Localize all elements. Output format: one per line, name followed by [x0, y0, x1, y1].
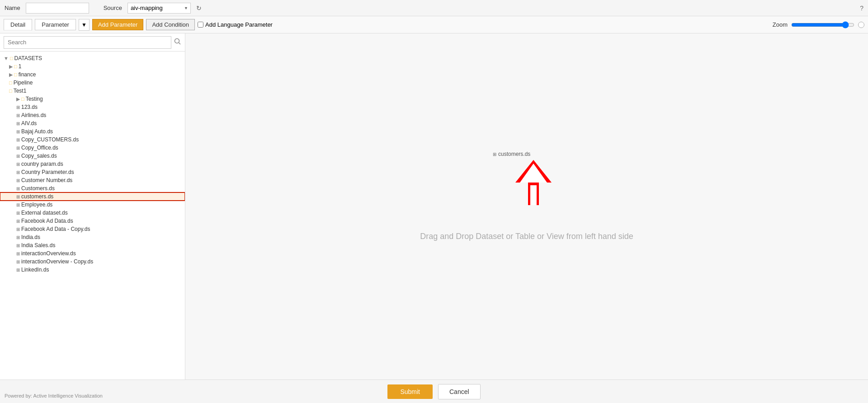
svg-point-0 [175, 39, 179, 43]
expand-icon: ▶ [9, 72, 13, 78]
add-condition-button[interactable]: Add Condition [146, 19, 195, 30]
tree-item-bajajautods[interactable]: ⊞ Bajaj Auto.ds [0, 127, 185, 136]
collapse-icon: ▼ [4, 56, 9, 61]
tree-item-label: Country Parameter.ds [21, 169, 74, 175]
canvas-dataset-node[interactable]: ⊞ customers.ds [493, 151, 530, 157]
tree-root-datasets[interactable]: ▼ □ DATASETS [0, 54, 185, 62]
zoom-slider[interactable] [791, 21, 854, 28]
tree-item-employeeds[interactable]: ⊞ Employee.ds [0, 201, 185, 209]
folder-icon: □ [14, 64, 17, 69]
tree-item-facebookadcopyds[interactable]: ⊞ Facebook Ad Data - Copy.ds [0, 225, 185, 233]
parameter-tab[interactable]: Parameter [35, 19, 76, 30]
tree-item-label: country param.ds [21, 161, 63, 167]
canvas-ds-icon: ⊞ [493, 152, 496, 157]
add-language-param-checkbox[interactable] [198, 22, 203, 28]
tree-item-label: Copy_CUSTOMERS.ds [21, 136, 79, 143]
tree-item-copycustomersds[interactable]: ⊞ Copy_CUSTOMERS.ds [0, 136, 185, 144]
ds-icon: ⊞ [16, 194, 20, 199]
name-input[interactable] [26, 3, 89, 14]
name-label: Name [5, 5, 20, 11]
tree-item-1[interactable]: ▶ □ 1 [0, 62, 185, 70]
tree-item-aivds[interactable]: ⊞ AIV.ds [0, 119, 185, 127]
right-canvas: ⊞ customers.ds Drag and Drop Dataset or … [185, 33, 868, 380]
tree-item-test1[interactable]: □ Test1 [0, 87, 185, 95]
tree-item-customernumberds[interactable]: ⊞ Customer Number.ds [0, 176, 185, 184]
tree-item-label: External dataset.ds [21, 210, 68, 216]
tree-item-externaldatasetds[interactable]: ⊞ External dataset.ds [0, 209, 185, 217]
tree-item-label: Employee.ds [21, 202, 52, 208]
tree-item-label: LinkedIn.ds [21, 267, 49, 273]
expand-icon: ▶ [9, 64, 13, 70]
tree-item-label: Facebook Ad Data.ds [21, 218, 73, 224]
folder-icon: □ [21, 96, 24, 102]
tab-dropdown-arrow[interactable]: ▼ [79, 19, 90, 31]
main-content: ▼ □ DATASETS ▶ □ 1 ▶ □ finance □ Pipelin… [0, 33, 868, 380]
tree-item-linkedinds[interactable]: ⊞ LinkedIn.ds [0, 266, 185, 274]
canvas-arrow [515, 160, 552, 206]
tree-item-label: Copy_Office.ds [21, 145, 58, 151]
tree-item-countryparamds[interactable]: ⊞ country param.ds [0, 160, 185, 168]
tree-item-label: Test1 [14, 88, 27, 94]
tree-item-interactionoverviewcopyds[interactable]: ⊞ interactionOverview - Copy.ds [0, 258, 185, 266]
tree-item-123ds[interactable]: ⊞ 123.ds [0, 103, 185, 111]
help-icon[interactable]: ? [860, 5, 863, 12]
ds-icon: ⊞ [16, 154, 20, 159]
tree-item-label: Airlines.ds [21, 112, 46, 118]
tree-item-indiads[interactable]: ⊞ India.ds [0, 233, 185, 241]
ds-icon: ⊞ [16, 170, 20, 175]
tree-item-label: Copy_sales.ds [21, 153, 57, 159]
tree-item-indiasalesds[interactable]: ⊞ India Sales.ds [0, 241, 185, 249]
ds-icon: ⊞ [16, 121, 20, 126]
tree-panel: ▼ □ DATASETS ▶ □ 1 ▶ □ finance □ Pipelin… [0, 52, 185, 380]
tree-item-facebookadds[interactable]: ⊞ Facebook Ad Data.ds [0, 217, 185, 225]
ds-icon: ⊞ [16, 211, 20, 216]
cancel-button[interactable]: Cancel [438, 384, 481, 399]
ds-icon: ⊞ [16, 219, 20, 224]
tree-item-copyofficeds[interactable]: ⊞ Copy_Office.ds [0, 144, 185, 152]
ds-icon: ⊞ [16, 243, 20, 248]
search-input[interactable] [4, 36, 171, 49]
tree-item-label: AIV.ds [21, 120, 37, 127]
top-bar: Name Source aiv-mapping database csv ↻ ? [0, 0, 868, 16]
tree-item-airlinesds[interactable]: ⊞ Airlines.ds [0, 111, 185, 119]
tree-item-label: Facebook Ad Data - Copy.ds [21, 226, 90, 232]
tree-item-label: customers.ds [21, 193, 53, 200]
tree-item-interactionoverviewds[interactable]: ⊞ interactionOverview.ds [0, 249, 185, 258]
canvas-node-label: customers.ds [498, 151, 530, 157]
tree-item-label: Pipeline [14, 80, 33, 86]
tree-item-label: finance [19, 71, 36, 78]
tree-item-finance[interactable]: ▶ □ finance [0, 70, 185, 79]
add-parameter-button[interactable]: Add Parameter [92, 19, 143, 30]
zoom-label: Zoom [773, 21, 788, 28]
add-language-param-label: Add Language Parameter [205, 21, 273, 28]
search-bar [0, 33, 185, 52]
tree-item-label: Bajaj Auto.ds [21, 128, 53, 135]
ds-icon: ⊞ [16, 251, 20, 256]
tree-item-label: India Sales.ds [21, 242, 55, 248]
ds-icon: ⊞ [16, 113, 20, 118]
tree-item-label: Customer Number.ds [21, 177, 72, 183]
ds-icon: ⊞ [16, 202, 20, 207]
submit-button[interactable]: Submit [387, 384, 433, 399]
search-icon[interactable] [174, 38, 181, 47]
tree-item-label: Testing [26, 96, 43, 102]
detail-tab[interactable]: Detail [4, 19, 32, 31]
tree-item-label: 123.ds [21, 104, 38, 110]
svg-line-1 [179, 43, 181, 45]
tree-item-customersds[interactable]: ⊞ customers.ds [0, 192, 185, 201]
ds-icon: ⊞ [16, 178, 20, 183]
ds-icon: ⊞ [16, 186, 20, 191]
ds-icon: ⊞ [16, 162, 20, 167]
ds-icon: ⊞ [16, 145, 20, 150]
source-select[interactable]: aiv-mapping database csv [127, 3, 191, 14]
tree-item-pipeline[interactable]: □ Pipeline [0, 79, 185, 87]
toolbar: Detail Parameter ▼ Add Parameter Add Con… [0, 16, 868, 33]
refresh-icon[interactable]: ↻ [196, 5, 202, 12]
tree-item-copysalesds[interactable]: ⊞ Copy_sales.ds [0, 152, 185, 160]
drop-hint-text: Drag and Drop Dataset or Table or View f… [391, 232, 662, 241]
tree-item-testing[interactable]: ▶ □ Testing [0, 95, 185, 103]
ds-icon: ⊞ [16, 105, 20, 110]
tree-item-countryparameterds[interactable]: ⊞ Country Parameter.ds [0, 168, 185, 176]
tree-item-customersds-cap[interactable]: ⊞ Customers.ds [0, 184, 185, 192]
zoom-circle-icon [858, 22, 864, 28]
